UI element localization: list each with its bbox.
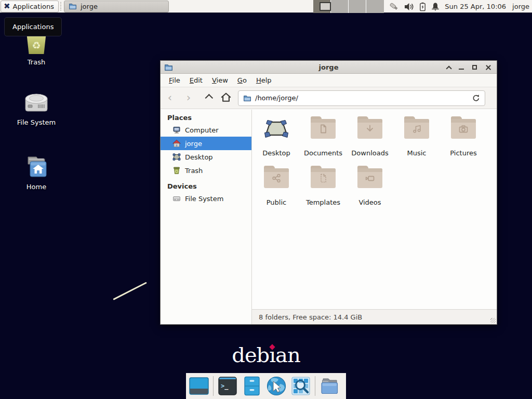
battery-icon[interactable] [419,2,427,11]
menu-edit[interactable]: Edit [185,74,207,86]
folder-item-documents[interactable]: Documents [300,110,347,159]
settings-tool-icon[interactable] [388,2,400,12]
menu-help[interactable]: Help [251,74,276,86]
system-tray [388,2,440,12]
folder-icon [243,94,251,102]
folder-item-label: Public [253,198,300,206]
folder-item-music[interactable]: Music [393,110,440,159]
devices-header: Devices [161,181,251,192]
folder-item-label: Music [393,149,440,157]
desktop-icon-label: Trash [11,58,61,66]
sidebar-item-label: jorge [185,140,202,148]
desktop-icon [172,153,181,161]
side-pane: Places Computer jorge [161,110,252,324]
shade-button[interactable] [444,64,451,71]
forward-button[interactable]: › [179,92,198,103]
home-icon [220,92,232,102]
places-header: Places [161,112,251,123]
web-browser-launcher[interactable] [266,376,287,396]
file-cabinet-icon [242,376,262,396]
applications-menu-button[interactable]: ✖ Applications [1,1,59,12]
notifications-bell-icon[interactable] [431,2,440,11]
workspace-4[interactable] [366,0,384,13]
top-panel: ✖ Applications jorge [0,0,532,13]
titlebar[interactable]: jorge [161,61,497,74]
maximize-button[interactable] [471,64,478,71]
up-button[interactable] [198,95,217,101]
window-folder-icon [164,63,173,72]
terminal-prompt-glyph: >_ [221,382,228,390]
folder-item-label: Downloads [347,149,393,157]
workspace-switcher [313,0,384,13]
sidebar-item-filesystem[interactable]: File System [161,192,251,205]
desktop-special-icon [264,119,289,139]
folder-icon [311,168,336,188]
file-manager-window: jorge File Edit View Go Help ‹ › [160,60,497,325]
folder-icon [264,168,289,188]
home-folder-icon [11,154,61,179]
reload-icon[interactable] [472,94,480,102]
show-desktop-icon [189,376,209,396]
status-bar: 8 folders, Free space: 14.4 GiB [252,309,497,324]
desktop-icon-filesystem[interactable]: File System [11,89,61,126]
menu-view[interactable]: View [207,74,233,86]
status-text: 8 folders, Free space: 14.4 GiB [259,313,362,321]
folder-item-pictures[interactable]: Pictures [440,110,487,159]
applications-tooltip: Applications [4,17,62,36]
file-cabinet-launcher[interactable] [242,376,262,396]
workspace-1[interactable] [313,0,331,13]
minimize-button[interactable] [458,64,464,71]
desktop-icon-home[interactable]: Home [11,154,61,191]
panel-username: jorge [512,3,529,10]
workspace-3[interactable] [349,0,366,13]
desktop-icon-label: Home [11,183,61,191]
folder-item-label: Videos [347,198,393,206]
trash-icon [172,166,181,175]
workspace-2[interactable] [331,0,349,13]
folder-item-label: Pictures [440,149,487,157]
app-finder-launcher[interactable] [290,376,311,396]
location-path[interactable]: /home/jorge/ [255,94,469,102]
menubar: File Edit View Go Help [161,74,497,87]
dock-separator [315,376,315,396]
folder-item-templates[interactable]: Templates [300,159,347,208]
desktop-icon-label: File System [11,118,61,126]
computer-icon [172,126,181,134]
web-browser-globe-icon [266,376,287,396]
folder-icon [404,119,429,139]
dock-separator [213,376,214,396]
sidebar-item-label: File System [185,195,223,203]
menu-go[interactable]: Go [233,74,251,86]
folder-icon [319,376,340,396]
sidebar-item-trash[interactable]: Trash [161,164,251,177]
folder-icon [357,119,382,139]
stray-line-artifact [113,282,147,300]
taskbar-window-button[interactable]: jorge [64,1,169,12]
folder-icon [69,2,77,10]
folder-item-downloads[interactable]: Downloads [347,110,393,159]
sidebar-item-desktop[interactable]: Desktop [161,150,251,164]
close-button[interactable] [485,64,491,71]
terminal-launcher[interactable]: >_ [217,376,238,396]
resize-grip[interactable] [490,318,496,323]
show-desktop-button[interactable] [189,376,209,396]
hard-drive-icon [172,194,181,203]
folder-icon [451,119,476,139]
sidebar-item-jorge[interactable]: jorge [161,137,251,150]
file-manager-launcher[interactable] [319,376,340,396]
menu-file[interactable]: File [164,74,185,86]
folder-item-public[interactable]: Public [253,159,300,208]
sidebar-item-label: Computer [185,126,219,134]
location-bar[interactable]: /home/jorge/ [238,90,485,106]
folder-item-desktop[interactable]: Desktop [253,110,300,159]
app-finder-icon [290,376,311,396]
folder-item-label: Templates [300,198,347,206]
hard-drive-icon [11,89,61,114]
volume-icon[interactable] [404,3,414,11]
sidebar-item-computer[interactable]: Computer [161,123,251,137]
folder-item-videos[interactable]: Videos [347,159,393,208]
home-button[interactable] [217,92,235,104]
back-button[interactable]: ‹ [161,92,179,103]
applications-menu-label: Applications [13,3,54,10]
sidebar-item-label: Desktop [185,153,213,161]
